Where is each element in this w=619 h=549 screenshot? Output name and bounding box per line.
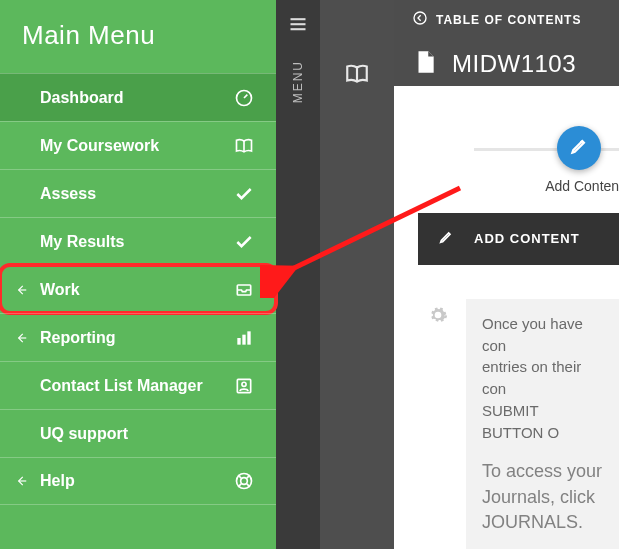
book-open-icon: [232, 136, 256, 156]
info-note: Once you have con entries on their con S…: [428, 299, 619, 549]
sidebar-item-label: Work: [40, 281, 232, 299]
life-ring-icon: [232, 471, 256, 491]
sidebar-title: Main Menu: [0, 0, 276, 73]
svg-rect-2: [237, 338, 240, 345]
sidebar-item-dashboard[interactable]: Dashboard: [0, 73, 276, 121]
sidebar-item-label: UQ support: [40, 425, 232, 443]
svg-rect-9: [291, 18, 306, 20]
svg-rect-10: [291, 23, 306, 25]
collapse-rail: MENU: [276, 0, 320, 549]
sidebar-item-help[interactable]: Help: [0, 457, 276, 505]
arrow-left-icon: [14, 331, 28, 345]
content-area: TABLE OF CONTENTS MIDW1103 Add Content: [394, 0, 619, 549]
toc-label: TABLE OF CONTENTS: [436, 13, 581, 27]
contact-card-icon: [232, 376, 256, 396]
svg-point-8: [241, 478, 248, 485]
check-icon: [232, 232, 256, 252]
sidebar-item-label: Help: [40, 472, 232, 490]
gauge-icon: [232, 88, 256, 108]
pencil-icon: [569, 136, 589, 160]
table-of-contents-link[interactable]: TABLE OF CONTENTS: [412, 10, 601, 29]
sidebar-item-label: Assess: [40, 185, 232, 203]
sidebar-item-assess[interactable]: Assess: [0, 169, 276, 217]
sidebar-item-my-results[interactable]: My Results: [0, 217, 276, 265]
document-title: MIDW1103: [452, 50, 576, 78]
bar-chart-icon: [232, 328, 256, 348]
add-content-caption: Add Content: [545, 178, 619, 194]
main-sidebar: Main Menu Dashboard My Coursework Assess: [0, 0, 276, 549]
svg-point-6: [242, 382, 246, 386]
svg-rect-11: [291, 28, 306, 30]
sidebar-item-my-coursework[interactable]: My Coursework: [0, 121, 276, 169]
hamburger-icon[interactable]: [276, 6, 320, 46]
sidebar-item-contact-list-manager[interactable]: Contact List Manager: [0, 361, 276, 409]
sidebar-item-label: My Coursework: [40, 137, 232, 155]
sidebar-item-label: My Results: [40, 233, 232, 251]
info-note-text: Once you have con entries on their con S…: [466, 299, 619, 549]
sidebar-item-label: Contact List Manager: [40, 377, 232, 395]
sidebar-item-label: Dashboard: [40, 89, 232, 107]
arrow-left-icon: [14, 474, 28, 488]
sidebar-item-work[interactable]: Work: [0, 265, 276, 313]
menu-vertical-label: MENU: [291, 60, 305, 103]
gear-icon[interactable]: [428, 305, 448, 329]
add-content-bar[interactable]: ADD CONTENT: [418, 213, 619, 265]
content-header: TABLE OF CONTENTS MIDW1103: [394, 0, 619, 86]
sidebar-menu: Dashboard My Coursework Assess My Result…: [0, 73, 276, 505]
secondary-rail: [320, 0, 394, 549]
document-icon: [412, 49, 438, 79]
pencil-icon: [438, 229, 454, 248]
sidebar-item-uq-support[interactable]: UQ support: [0, 409, 276, 457]
book-open-icon[interactable]: [320, 38, 394, 110]
sidebar-item-reporting[interactable]: Reporting: [0, 313, 276, 361]
svg-rect-3: [242, 334, 245, 344]
add-content-bar-label: ADD CONTENT: [474, 231, 580, 246]
svg-rect-4: [247, 331, 250, 344]
check-icon: [232, 184, 256, 204]
tray-icon: [232, 280, 256, 300]
arrow-left-icon: [14, 283, 28, 297]
add-content-circle-button[interactable]: [557, 126, 601, 170]
svg-point-12: [414, 12, 426, 24]
arrow-circle-left-icon: [412, 10, 428, 29]
progress-track: Add Content: [474, 148, 619, 151]
sidebar-item-label: Reporting: [40, 329, 232, 347]
